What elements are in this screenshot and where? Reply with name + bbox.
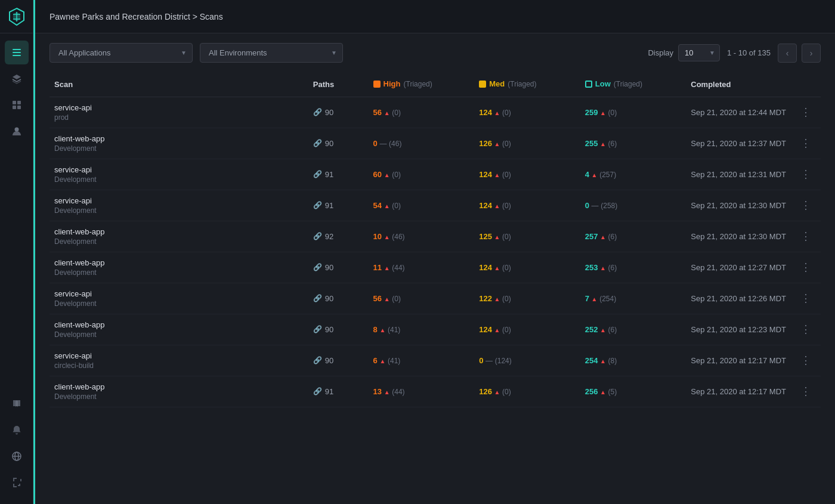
col-low: Low (Triaged) [580,72,686,97]
med-value: 124 [479,263,492,272]
high-label: High [384,79,401,88]
link-icon: 🔗 [313,232,322,240]
row-more-button[interactable]: ⋮ [796,352,816,369]
prev-page-button[interactable]: ‹ [778,44,797,63]
med-value: 124 [479,325,492,334]
completed-value: Sep 21, 2020 at 12:30 MDT [691,201,786,210]
paths-cell: 🔗90 [313,108,364,117]
completed-value: Sep 21, 2020 at 12:27 MDT [691,263,786,272]
sidebar [0,0,33,504]
high-arrow-icon: ▲ [384,172,390,178]
scan-env: Development [54,392,304,401]
row-more-button[interactable]: ⋮ [796,321,816,338]
high-value: 6 [373,356,378,365]
row-more-button[interactable]: ⋮ [796,290,816,307]
row-more-button[interactable]: ⋮ [796,197,816,214]
paths-cell: 🔗90 [313,139,364,148]
med-arrow-icon: ▲ [494,172,500,178]
sidebar-item-menu[interactable] [5,41,29,64]
med-triaged: (0) [502,109,511,117]
low-triaged: (0) [608,109,617,117]
completed-value: Sep 21, 2020 at 12:44 MDT [691,108,786,117]
table-row: client-web-appDevelopment🔗9113 ▲ (44)126… [50,376,821,407]
row-more-button[interactable]: ⋮ [796,228,816,245]
paths-value: 90 [325,356,333,365]
sidebar-item-layers[interactable] [5,67,29,91]
high-arrow-icon: ▲ [384,234,390,240]
link-icon: 🔗 [313,356,322,364]
sidebar-item-book[interactable] [5,392,29,416]
display-count-select[interactable]: 10 25 50 [678,44,720,61]
sidebar-item-globe[interactable] [5,444,29,468]
low-value: 256 [585,387,598,396]
med-value: 124 [479,201,492,210]
completed-value: Sep 21, 2020 at 12:31 MDT [691,170,786,179]
low-label: Low [595,79,611,88]
sidebar-item-bell[interactable] [5,418,29,442]
high-triaged: (0) [392,295,401,303]
completed-value: Sep 21, 2020 at 12:23 MDT [691,325,786,334]
med-triaged: (0) [502,202,511,210]
med-triaged: (0) [502,326,511,334]
low-arrow-icon: ▲ [600,389,606,395]
scan-name: client-web-app [54,227,304,236]
paths-cell: 🔗90 [313,294,364,303]
scan-name: service-api [54,103,304,112]
high-value: 60 [373,170,382,179]
low-value: 7 [585,294,589,303]
scan-name: client-web-app [54,382,304,391]
sidebar-item-expand[interactable] [5,471,29,494]
high-value: 13 [373,387,382,396]
svg-rect-8 [17,106,21,109]
scan-env: Development [54,144,304,153]
low-value: 259 [585,108,598,117]
svg-rect-4 [13,55,21,56]
env-filter[interactable]: All Environments [200,43,343,63]
completed-value: Sep 21, 2020 at 12:17 MDT [691,356,786,365]
high-triaged: (0) [392,202,401,210]
high-value: 11 [373,263,382,272]
paths-cell: 🔗91 [313,170,364,179]
row-more-button[interactable]: ⋮ [796,383,816,400]
scan-name: service-api [54,289,304,298]
med-value: 125 [479,232,492,241]
col-high: High (Triaged) [369,72,475,97]
low-value: 4 [585,170,589,179]
high-triaged: (0) [392,171,401,179]
apps-filter[interactable]: All Applications [50,43,193,63]
sidebar-nav [5,33,29,392]
med-arrow-icon: ▲ [494,265,500,271]
next-page-button[interactable]: › [802,44,821,63]
row-more-button[interactable]: ⋮ [796,104,816,120]
low-value: 0 [585,201,589,210]
svg-rect-2 [13,49,21,50]
high-triaged: (44) [392,388,404,396]
paths-value: 90 [325,108,333,117]
row-more-button[interactable]: ⋮ [796,135,816,151]
row-more-button[interactable]: ⋮ [796,259,816,276]
low-triaged: (6) [608,233,617,241]
completed-value: Sep 21, 2020 at 12:26 MDT [691,294,786,303]
high-arrow-icon: ▲ [384,296,390,302]
low-triaged: (254) [599,295,616,303]
scan-env: Development [54,330,304,339]
breadcrumb: Pawnee Parks and Recreation District > S… [50,12,223,21]
high-triaged: (41) [388,326,400,334]
apps-filter-wrapper: All Applications ▼ [50,43,193,63]
low-arrow-icon: ▲ [600,327,606,333]
high-arrow-icon: ▲ [379,358,385,364]
med-triaged: (0) [502,140,511,148]
completed-value: Sep 21, 2020 at 12:30 MDT [691,232,786,241]
table-row: service-apiDevelopment🔗9160 ▲ (0)124 ▲ (… [50,159,821,190]
row-more-button[interactable]: ⋮ [796,166,816,183]
low-arrow-icon: ▲ [600,234,606,240]
sidebar-item-user[interactable] [5,119,29,143]
high-value: 0 [373,139,378,148]
link-icon: 🔗 [313,139,322,147]
low-arrow-icon: ▲ [600,141,606,147]
paths-value: 91 [325,170,333,179]
sidebar-item-grid[interactable] [5,93,29,117]
low-triaged: (257) [599,171,616,179]
paths-value: 91 [325,201,333,210]
link-icon: 🔗 [313,108,322,116]
